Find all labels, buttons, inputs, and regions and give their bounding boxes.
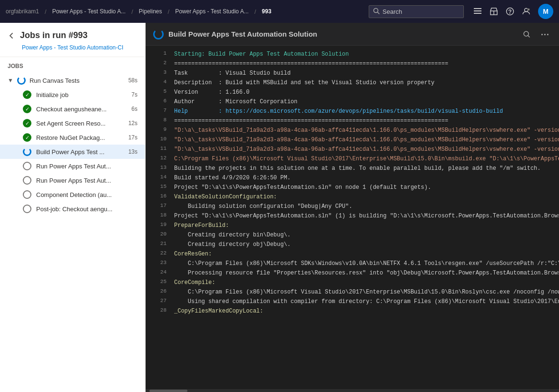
line-text: Build started 4/9/2020 6:26:50 PM. — [174, 174, 291, 182]
breadcrumb-link-2[interactable]: Pipelines — [139, 8, 162, 15]
job-group-duration: 58s — [128, 77, 137, 84]
log-line: 16ValidateSolutionConfiguration: — [146, 192, 559, 202]
log-search-button[interactable] — [520, 28, 533, 41]
subitem-nuget[interactable]: ✓ Restore NuGet Packag... 17s — [0, 130, 145, 145]
log-running-icon — [153, 29, 164, 39]
log-line: 21 Creating directory obj\Debug\. — [146, 240, 559, 249]
log-line: 7Help : https://docs.microsoft.com/azure… — [146, 107, 559, 116]
line-number: 11 — [151, 145, 167, 151]
main-container: Jobs in run #993 Power Apps - Test Studi… — [0, 23, 559, 392]
sidebar-title: Jobs in run #993 — [20, 30, 88, 40]
log-line: 26 C:\Program Files (x86)\Microsoft Visu… — [146, 287, 559, 297]
line-number: 21 — [151, 240, 167, 246]
svg-point-10 — [528, 9, 530, 11]
subitem-postjob[interactable]: Post-job: Checkout aengu... — [0, 202, 145, 216]
org-name: orgfabrikam1 — [6, 8, 39, 15]
user-settings-icon[interactable] — [522, 7, 530, 16]
subitem-name-1: Checkout aengusheane... — [36, 106, 127, 113]
job-group: ▼ Run Canvas Tests 58s ✓ Initialize job … — [0, 73, 145, 216]
line-number: 8 — [151, 117, 167, 123]
jobs-label: Jobs — [0, 61, 145, 73]
line-number: 23 — [151, 259, 167, 265]
expand-icon: ▼ — [8, 77, 13, 84]
subitem-name-0: Initialize job — [36, 91, 127, 98]
subitem-duration-0: 7s — [131, 91, 137, 98]
avatar[interactable]: M — [538, 4, 553, 19]
breadcrumb-link-1[interactable]: Power Apps - Test Studio A... — [52, 8, 126, 15]
svg-line-1 — [378, 12, 380, 14]
subitem-run-1[interactable]: Run Power Apps Test Aut... — [0, 159, 145, 173]
log-line: 17 Building solution configuration "Debu… — [146, 202, 559, 211]
search-box[interactable]: Search — [369, 5, 464, 18]
log-line: 23 C:\Program Files (x86)\Microsoft SDKs… — [146, 259, 559, 268]
line-number: 28 — [151, 307, 167, 313]
subitem-name-7: Component Detection (au... — [36, 191, 133, 198]
log-line: 19PrepareForBuild: — [146, 221, 559, 230]
subitem-name-6: Run Power Apps Test Aut... — [36, 177, 133, 184]
status-icon-success-2: ✓ — [23, 119, 31, 127]
subitem-duration-1: 6s — [131, 106, 137, 112]
line-text: Building the projects in this solution o… — [174, 164, 541, 173]
log-line: 14Build started 4/9/2020 6:26:50 PM. — [146, 173, 559, 183]
scrollbar-thumb[interactable] — [149, 390, 187, 392]
breadcrumb-active: 993 — [262, 8, 271, 15]
status-icon-success: ✓ — [23, 90, 31, 99]
svg-text:?: ? — [508, 9, 511, 15]
line-number: 13 — [151, 164, 167, 170]
checklist-icon[interactable] — [473, 7, 482, 16]
log-line: 9"D:\a\_tasks\VSBuild_71a9a2d3-a98a-4caa… — [146, 126, 559, 135]
line-text: _CopyFilesMarkedCopyLocal: — [174, 307, 263, 315]
subitem-build[interactable]: Build Power Apps Test ... 13s — [0, 145, 145, 159]
help-icon[interactable]: ? — [506, 7, 514, 16]
status-icon-pending-7 — [23, 190, 31, 199]
log-line: 8=======================================… — [146, 116, 559, 126]
status-icon-success-1: ✓ — [23, 105, 31, 113]
log-line: 25CoreCompile: — [146, 278, 559, 287]
store-icon[interactable] — [490, 7, 498, 16]
subitem-name-2: Set Agent Screen Reso... — [36, 120, 124, 127]
log-more-button[interactable]: ⋯ — [538, 28, 551, 41]
line-number: 25 — [151, 278, 167, 284]
line-text: Version : 1.166.0 — [174, 88, 249, 97]
log-content[interactable]: 1Starting: Build Power Apps Test Automat… — [146, 46, 559, 389]
line-text: Creating directory obj\Debug\. — [174, 240, 291, 249]
log-line: 12C:\Program Files (x86)\Microsoft Visua… — [146, 154, 559, 164]
line-text: Project "D:\a\1\s\PowerAppsTestAutomatio… — [174, 183, 431, 192]
subitem-component[interactable]: Component Detection (au... — [0, 187, 145, 202]
subitem-name-8: Post-job: Checkout aengu... — [36, 206, 133, 213]
breadcrumb-sep-4: / — [255, 8, 256, 15]
line-text: Description : Build with MSBuild and set… — [174, 78, 434, 87]
subitem-run-2[interactable]: Run Power Apps Test Aut... — [0, 173, 145, 187]
log-line: 1Starting: Build Power Apps Test Automat… — [146, 49, 559, 59]
sidebar: Jobs in run #993 Power Apps - Test Studi… — [0, 23, 146, 392]
line-number: 12 — [151, 155, 167, 161]
svg-rect-3 — [474, 10, 481, 11]
line-number: 1 — [151, 50, 167, 56]
horizontal-scrollbar[interactable] — [146, 389, 559, 392]
breadcrumb-link-3[interactable]: Power Apps - Test Studio A... — [175, 8, 249, 15]
job-running-icon — [17, 76, 26, 85]
subitem-duration-2: 12s — [128, 120, 137, 127]
line-text: "D:\a\_tasks\VSBuild_71a9a2d3-a98a-4caa-… — [174, 126, 559, 135]
line-text: ValidateSolutionConfiguration: — [174, 193, 277, 201]
line-number: 15 — [151, 183, 167, 189]
line-text: C:\Program Files (x86)\Microsoft SDKs\Wi… — [174, 259, 559, 268]
line-number: 14 — [151, 174, 167, 180]
status-icon-running-4 — [23, 147, 31, 156]
line-text: Using shared compilation with compiler f… — [174, 297, 559, 306]
line-text: Processing resource file "Properties\Res… — [174, 269, 559, 277]
subitem-screen[interactable]: ✓ Set Agent Screen Reso... 12s — [0, 116, 145, 130]
subitem-initialize[interactable]: ✓ Initialize job 7s — [0, 88, 145, 102]
subitem-duration-4: 13s — [128, 148, 137, 155]
line-text: "D:\a\_tasks\VSBuild_71a9a2d3-a98a-4caa-… — [174, 145, 559, 154]
job-group-name: Run Canvas Tests — [29, 77, 125, 84]
log-line: 28_CopyFilesMarkedCopyLocal: — [146, 306, 559, 316]
line-text: Starting: Build Power Apps Test Automati… — [174, 50, 349, 59]
subitem-checkout[interactable]: ✓ Checkout aengusheane... 6s — [0, 102, 145, 116]
line-text: Project "D:\a\1\s\PowerAppsTestAutomatio… — [174, 212, 559, 220]
back-button[interactable] — [8, 32, 15, 39]
job-group-header[interactable]: ▼ Run Canvas Tests 58s — [0, 73, 145, 88]
line-text: C:\Program Files (x86)\Microsoft Visual … — [174, 288, 559, 296]
line-text: ========================================… — [174, 59, 448, 68]
search-text: Search — [382, 8, 402, 15]
